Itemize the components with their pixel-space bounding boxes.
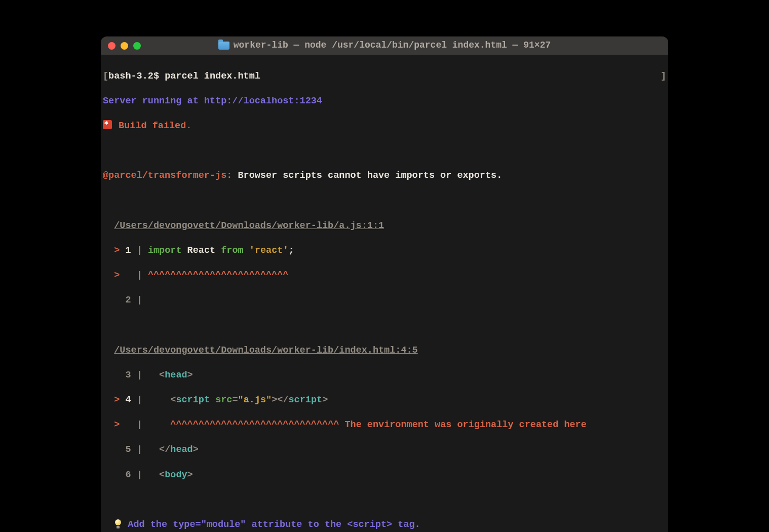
- pipe: |: [137, 420, 142, 430]
- string: 'react': [249, 245, 289, 256]
- tag: head: [170, 444, 193, 455]
- close-icon[interactable]: [108, 42, 116, 50]
- gutter-marker: >: [114, 395, 120, 405]
- prompt-line: [bash-3.2$ parcel index.html]: [103, 70, 666, 83]
- lineno: 4: [125, 395, 131, 405]
- window-title-text: worker-lib — node /usr/local/bin/parcel …: [234, 40, 551, 52]
- error-line: @parcel/transformer-js: Browser scripts …: [103, 170, 666, 182]
- lineno: 3: [125, 370, 131, 381]
- terminal-body[interactable]: [bash-3.2$ parcel index.html] Server run…: [101, 55, 668, 532]
- tag: script: [289, 395, 323, 405]
- hint-line: Add the type="module" attribute to the <…: [103, 519, 666, 531]
- folder-icon: [218, 42, 229, 50]
- command: parcel index.html: [165, 71, 260, 82]
- gutter-marker: >: [114, 270, 120, 281]
- pipe: |: [137, 245, 142, 256]
- terminal-window: worker-lib — node /usr/local/bin/parcel …: [101, 36, 668, 532]
- maximize-icon[interactable]: [133, 42, 141, 50]
- lineno: 2: [125, 295, 131, 306]
- caret-note: The environment was originally created h…: [339, 420, 586, 430]
- file-path-link[interactable]: /Users/devongovett/Downloads/worker-lib/…: [114, 345, 418, 356]
- code-line-5: 5 | </head>: [103, 444, 666, 457]
- tag: script: [176, 395, 210, 405]
- code-line-3: 3 | <head>: [103, 369, 666, 382]
- kw: from: [221, 245, 243, 256]
- pipe: |: [137, 270, 142, 281]
- carets: ^^^^^^^^^^^^^^^^^^^^^^^^^: [148, 270, 289, 281]
- code-line-1: > 1 | import React from 'react';: [103, 245, 666, 257]
- lineno: 5: [125, 444, 131, 455]
- traffic-lights: [108, 42, 141, 50]
- file-path-link[interactable]: /Users/devongovett/Downloads/worker-lib/…: [114, 220, 384, 231]
- gutter-marker: >: [114, 420, 120, 430]
- carets: ^^^^^^^^^^^^^^^^^^^^^^^^^^^^^^: [170, 420, 339, 430]
- tag: body: [165, 470, 187, 480]
- bulb-icon: [114, 519, 122, 529]
- lineno: 1: [125, 245, 131, 256]
- attr-value: "a.js": [238, 395, 272, 405]
- kw: import: [148, 245, 182, 256]
- hint-text: Add the type="module" attribute to the <…: [122, 519, 420, 530]
- file-path-1: /Users/devongovett/Downloads/worker-lib/…: [103, 220, 666, 233]
- shell-prompt: bash-3.2$: [108, 71, 165, 82]
- server-running-line: Server running at http://localhost:1234: [103, 95, 666, 108]
- code-line-4: > 4 | <script src="a.js"></script>: [103, 394, 666, 407]
- error-message: Browser scripts cannot have imports or e…: [232, 170, 502, 181]
- tag: head: [165, 370, 187, 381]
- ident: React: [187, 245, 216, 256]
- pipe: |: [137, 470, 142, 480]
- bracket-close: ]: [661, 70, 666, 83]
- build-failed-line: Build failed.: [103, 120, 666, 133]
- bracket: [: [103, 71, 108, 82]
- semi: ;: [288, 245, 294, 256]
- code-line-6: 6 | <body>: [103, 469, 666, 482]
- code-line-2: 2 |: [103, 294, 666, 307]
- titlebar[interactable]: worker-lib — node /usr/local/bin/parcel …: [101, 36, 668, 55]
- siren-icon: [103, 120, 112, 129]
- pipe: |: [137, 395, 142, 405]
- build-failed-text: Build failed.: [113, 121, 191, 131]
- lineno: 6: [125, 470, 131, 480]
- gutter-marker: >: [114, 245, 120, 256]
- file-path-2: /Users/devongovett/Downloads/worker-lib/…: [103, 345, 666, 357]
- pipe: |: [137, 370, 142, 381]
- pipe: |: [137, 295, 142, 306]
- caret-line-2: > | ^^^^^^^^^^^^^^^^^^^^^^^^^^^^^^ The e…: [103, 419, 666, 432]
- attr: src: [215, 395, 232, 405]
- pipe: |: [137, 444, 142, 455]
- caret-line-1: > | ^^^^^^^^^^^^^^^^^^^^^^^^^: [103, 270, 666, 282]
- error-source: @parcel/transformer-js:: [103, 170, 232, 181]
- minimize-icon[interactable]: [121, 42, 128, 50]
- window-title: worker-lib — node /usr/local/bin/parcel …: [101, 40, 668, 52]
